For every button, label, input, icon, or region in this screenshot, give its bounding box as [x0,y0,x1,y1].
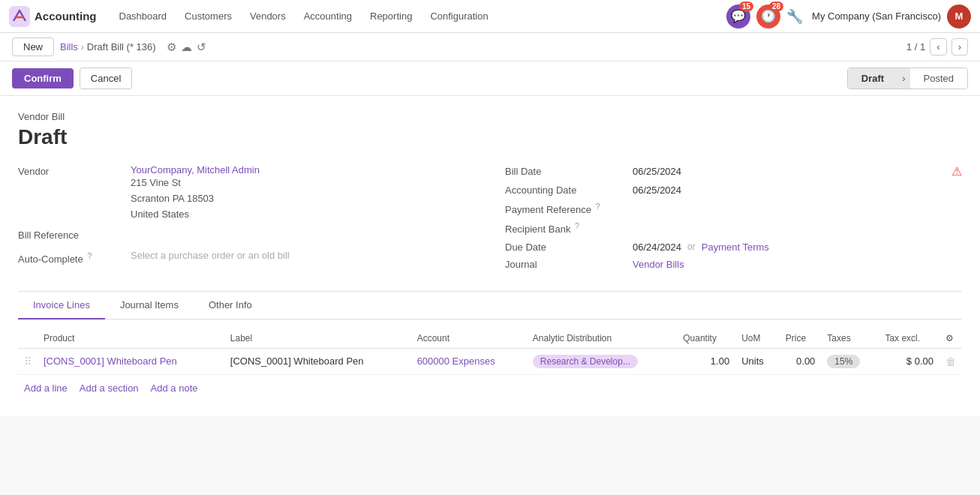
payment-reference-value [633,202,962,215]
tab-invoice-lines[interactable]: Invoice Lines [18,292,105,320]
row-label-text[interactable]: [CONS_0001] Whiteboard Pen [230,356,364,367]
nav-accounting[interactable]: Accounting [296,8,359,25]
status-posted-button[interactable]: Posted [910,68,967,88]
messages-badge: 15 [739,2,753,11]
auto-complete-help-icon[interactable]: ? [87,251,92,260]
action-bar: Confirm Cancel Draft › Posted [0,62,980,96]
bill-reference-input[interactable] [131,228,475,244]
avatar[interactable]: M [947,4,971,28]
bill-reference-input-wrap [131,228,475,244]
breadcrumb-parent-link[interactable]: Bills [60,41,78,52]
payment-terms-link[interactable]: Payment Terms [702,242,769,253]
breadcrumb-bar: New Bills › Draft Bill (* 136) ⚙ ☁ ↺ 1 /… [0,33,980,62]
row-analytic: Research & Develop... [527,348,677,374]
top-nav: Accounting Dashboard Customers Vendors A… [0,0,980,33]
col-taxes: Taxes [821,328,879,349]
nav-configuration[interactable]: Configuration [422,8,495,25]
auto-complete-label: Auto-Complete ? [18,250,131,265]
vendor-value: YourCompany, Mitchell Admin 215 Vine St … [131,164,475,222]
row-quantity[interactable]: 1.00 [677,348,735,374]
upload-icon[interactable]: ☁ [181,40,192,54]
delete-row-icon[interactable]: 🗑 [945,356,956,368]
product-link[interactable]: [CONS_0001] Whiteboard Pen [44,356,177,367]
row-delete: 🗑 [939,348,962,374]
journal-value: Vendor Bills [633,259,962,270]
row-tax-excl: $ 0.00 [879,348,939,374]
auto-complete-placeholder[interactable]: Select a purchase order or an old bill [131,250,290,261]
tab-other-info[interactable]: Other Info [194,292,267,320]
content-area: Vendor Bill Draft Vendor YourCompany, Mi… [0,96,980,495]
payment-reference-label: Payment Reference ? [505,202,633,215]
vendor-addr1: 215 Vine St [131,176,475,191]
vendor-field: Vendor YourCompany, Mitchell Admin 215 V… [18,164,475,222]
chat-icon: 💬 [731,9,746,23]
payment-reference-input[interactable] [633,202,768,215]
col-uom: UoM [735,328,780,349]
nav-logo[interactable]: Accounting [9,6,103,27]
add-note-link[interactable]: Add a note [151,382,198,394]
row-price[interactable]: 0.00 [780,348,822,374]
table-header: Product Label Account Analytic Distribut… [18,328,962,349]
pager-prev-button[interactable]: ‹ [930,38,946,56]
add-section-link[interactable]: Add a section [80,382,139,394]
col-quantity: Quantity [677,328,735,349]
col-price: Price [780,328,822,349]
confirm-button[interactable]: Confirm [12,68,74,88]
recipient-bank-field: Recipient Bank ? [505,221,962,235]
nav-customers[interactable]: Customers [177,8,239,25]
auto-complete-value: Select a purchase order or an old bill [131,250,475,261]
cancel-button[interactable]: Cancel [80,68,132,89]
bill-date-field: Bill Date 06/25/2024 ⚠ [505,164,962,178]
add-line-link[interactable]: Add a line [24,382,68,394]
due-date-label: Due Date [505,242,633,253]
activities-icon-btn[interactable]: 🕐 28 [756,4,780,28]
journal-value-link[interactable]: Vendor Bills [633,259,684,270]
due-date-field: Due Date 06/24/2024 or Payment Terms [505,242,962,253]
messages-icon-btn[interactable]: 💬 15 [726,4,750,28]
or-text: or [687,242,696,252]
pager: 1 / 1 ‹ › [906,38,968,56]
form-right: Bill Date 06/25/2024 ⚠ Accounting Date 0… [505,164,962,276]
breadcrumb: Bills › Draft Bill (* 136) [60,41,156,52]
col-drag [18,328,38,349]
payment-reference-help-icon[interactable]: ? [596,202,600,211]
accounting-date-field: Accounting Date 06/25/2024 [505,184,962,196]
row-product: [CONS_0001] Whiteboard Pen [38,348,224,374]
nav-vendors[interactable]: Vendors [242,8,293,25]
tab-journal-items[interactable]: Journal Items [105,292,194,320]
row-drag-handle[interactable]: ⠿ [18,348,38,374]
vendor-name-link[interactable]: YourCompany, Mitchell Admin [131,164,260,176]
warning-icon: ⚠ [951,164,962,178]
settings-icon[interactable]: 🔧 [786,8,803,25]
bill-date-value: 06/25/2024 [633,166,945,177]
table-body: ⠿ [CONS_0001] Whiteboard Pen [CONS_0001]… [18,348,962,374]
tax-badge[interactable]: 15% [827,355,860,368]
recipient-bank-help-icon[interactable]: ? [575,221,579,230]
table-actions: Add a line Add a section Add a note [18,375,962,401]
nav-dashboard[interactable]: Dashboard [112,8,175,25]
status-draft-button[interactable]: Draft [848,68,897,88]
discard-icon[interactable]: ↺ [197,40,206,54]
company-name: My Company (San Francisco) [812,10,941,22]
form-grid: Vendor YourCompany, Mitchell Admin 215 V… [18,164,962,276]
due-date-value: 06/24/2024 or Payment Terms [633,242,962,253]
main-form: Vendor Bill Draft Vendor YourCompany, Mi… [0,96,980,416]
col-settings: ⚙ [939,328,962,349]
account-link[interactable]: 600000 Expenses [417,356,495,367]
drag-handle-icon[interactable]: ⠿ [24,356,32,368]
bill-reference-label: Bill Reference [18,228,131,241]
status-arrow-icon: › [897,68,909,88]
settings-gear-icon[interactable]: ⚙ [167,40,176,54]
analytic-badge[interactable]: Research & Develop... [533,355,638,368]
journal-field: Journal Vendor Bills [505,259,962,270]
app-logo-icon [9,6,30,27]
row-label: [CONS_0001] Whiteboard Pen [224,348,411,374]
tabs-container: Invoice Lines Journal Items Other Info P… [18,291,962,401]
pager-text: 1 / 1 [906,41,925,52]
status-flow: Draft › Posted [847,68,968,89]
new-button[interactable]: New [12,38,54,56]
nav-reporting[interactable]: Reporting [362,8,419,25]
col-analytic: Analytic Distribution [527,328,677,349]
row-uom[interactable]: Units [735,348,780,374]
pager-next-button[interactable]: › [951,38,968,56]
